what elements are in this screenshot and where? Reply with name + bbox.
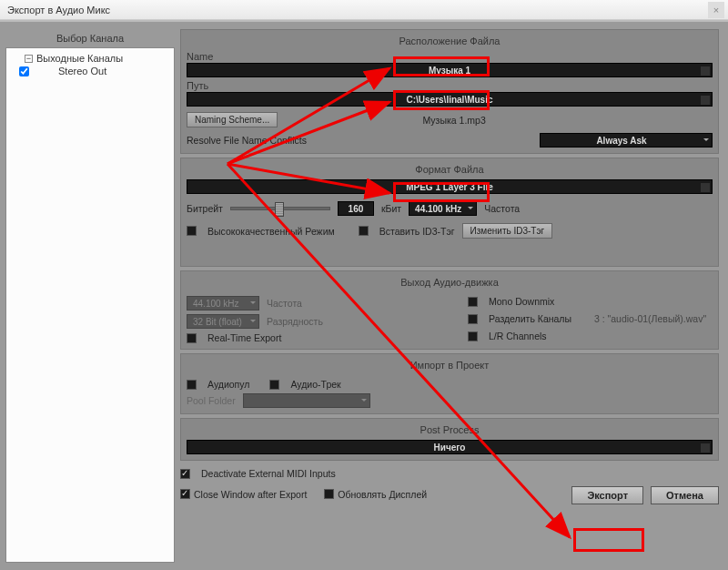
engine-bit-label: Разрядность <box>267 316 323 327</box>
midi-label: Deactivate External MIDI Inputs <box>201 468 336 479</box>
pool-folder-dropdown <box>243 393 370 408</box>
dropdown-icon[interactable] <box>701 443 710 453</box>
file-format-section: Формат Файла MPEG 1 Layer 3 File Битрейт… <box>180 158 719 267</box>
conflicts-label: Resolve File Name Conflicts <box>187 135 307 146</box>
import-section: Импорт в Проект Аудиопул Аудио-Трек Pool… <box>180 353 719 414</box>
bitrate-slider[interactable] <box>230 207 330 210</box>
realtime-checkbox[interactable] <box>187 333 197 343</box>
pool-folder-label: Pool Folder <box>187 395 236 406</box>
tree-root-label: Выходные Каналы <box>36 53 123 64</box>
pool-label: Аудиопул <box>207 379 249 390</box>
export-button[interactable]: Экспорт <box>571 486 643 504</box>
engine-bit-dropdown: 32 Bit (float) <box>187 314 259 329</box>
conflicts-dropdown[interactable]: Always Ask <box>540 133 713 148</box>
close-window-checkbox[interactable] <box>180 489 190 499</box>
lr-label: L/R Channels <box>489 331 547 341</box>
name-label: Name <box>187 51 713 62</box>
update-display-checkbox[interactable] <box>324 489 334 499</box>
samplerate-dropdown[interactable]: 44.100 kHz <box>409 201 477 216</box>
close-window-label: Close Window after Export <box>194 489 307 500</box>
channel-tree[interactable]: − Выходные Каналы Stereo Out <box>5 47 175 563</box>
cancel-button[interactable]: Отмена <box>651 486 719 504</box>
bitrate-label: Битрейт <box>187 203 223 214</box>
split-checkbox[interactable] <box>468 314 478 324</box>
update-display-label: Обновлять Дисплей <box>338 489 427 500</box>
channel-selection-title: Выбор Канала <box>5 29 175 47</box>
slider-thumb[interactable] <box>275 202 284 217</box>
titlebar: Экспорт в Аудио Микс × <box>0 0 728 20</box>
file-location-section: Расположение Файла Name Музыка 1 Путь C:… <box>180 29 719 154</box>
samplerate-label: Частота <box>484 203 520 214</box>
close-icon[interactable]: × <box>708 2 724 18</box>
filename-preview: Музыка 1.mp3 <box>278 115 631 126</box>
naming-scheme-button[interactable]: Naming Scheme... <box>187 112 278 127</box>
file-format-title: Формат Файла <box>187 162 713 179</box>
stereo-out-label: Stereo Out <box>33 66 106 76</box>
engine-sr-dropdown: 44.100 kHz <box>187 296 259 310</box>
mono-checkbox[interactable] <box>468 297 478 307</box>
engine-sr-label: Частота <box>267 298 302 309</box>
split-info: 3 : "audio-01(Левый).wav" <box>594 313 706 324</box>
track-label: Аудио-Трек <box>290 379 340 390</box>
path-field[interactable]: C:\Users\Iinal\Music <box>187 92 713 107</box>
kbit-label: кБит <box>381 203 401 214</box>
post-process-section: Post Process Ничего <box>180 418 719 461</box>
lr-checkbox[interactable] <box>468 331 478 341</box>
id3-edit-button[interactable]: Изменить ID3-Тэг <box>462 223 553 239</box>
engine-output-section: Выход Аудио-движка 44.100 kHzЧастота 32 … <box>180 270 719 350</box>
dropdown-icon[interactable] <box>701 66 710 76</box>
realtime-label: Real-Time Export <box>207 332 281 343</box>
dropdown-icon[interactable] <box>701 96 710 105</box>
id3-insert-checkbox[interactable] <box>359 226 369 236</box>
mono-label: Mono Downmix <box>489 296 554 307</box>
post-process-dropdown[interactable]: Ничего <box>187 440 713 454</box>
name-field[interactable]: Музыка 1 <box>187 63 713 77</box>
track-checkbox[interactable] <box>269 380 279 390</box>
format-type-dropdown[interactable]: MPEG 1 Layer 3 File <box>187 179 713 194</box>
split-label: Разделить Каналы <box>489 313 571 324</box>
pool-checkbox[interactable] <box>187 380 197 390</box>
midi-checkbox[interactable] <box>180 469 190 479</box>
bitrate-value[interactable]: 160 <box>338 201 374 216</box>
window-title: Экспорт в Аудио Микс <box>7 5 110 15</box>
dropdown-icon[interactable] <box>701 183 710 192</box>
stereo-out-checkbox[interactable] <box>19 66 29 76</box>
post-process-title: Post Process <box>187 422 713 440</box>
hq-mode-checkbox[interactable] <box>187 226 197 236</box>
engine-output-title: Выход Аудио-движка <box>187 275 713 292</box>
path-label: Путь <box>187 80 713 91</box>
import-title: Импорт в Проект <box>187 358 713 375</box>
tree-collapse-icon[interactable]: − <box>25 55 33 63</box>
id3-insert-label: Вставить ID3-Тэг <box>379 226 455 237</box>
file-location-title: Расположение Файла <box>187 34 713 51</box>
hq-mode-label: Высококачественный Режим <box>207 226 335 237</box>
footer: Deactivate External MIDI Inputs Close Wi… <box>180 464 719 504</box>
